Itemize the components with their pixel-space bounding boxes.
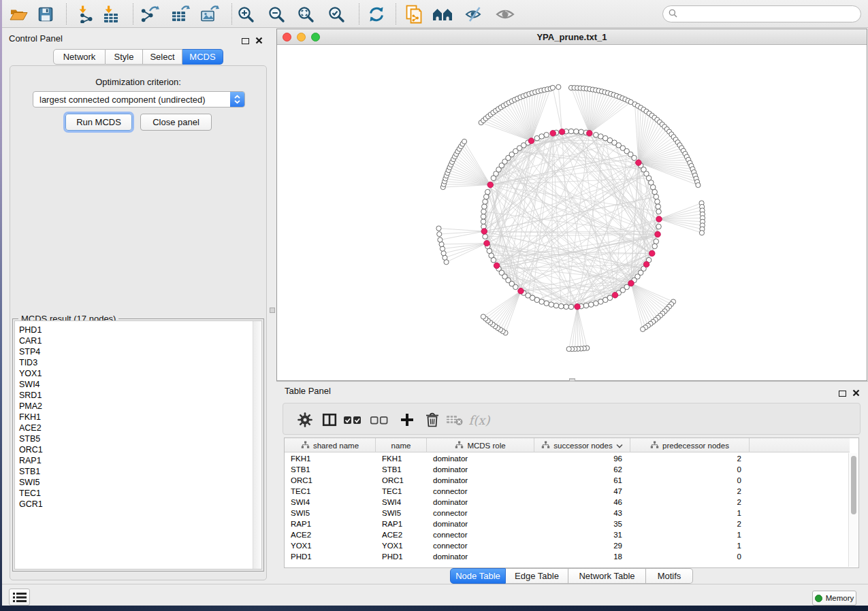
import-table-icon[interactable] [99, 5, 121, 24]
table-cell[interactable]: 96 [534, 453, 630, 464]
table-cell[interactable]: 2 [630, 486, 750, 497]
zoom-out-icon[interactable] [266, 5, 287, 24]
zoom-in-icon[interactable] [235, 5, 257, 24]
tab-select[interactable]: Select [143, 49, 182, 65]
table-cell[interactable]: 2 [630, 453, 750, 464]
tab-edge-table[interactable]: Edge Table [506, 568, 568, 584]
table-cell[interactable]: ORC1 [285, 475, 376, 486]
table-cell[interactable]: 2 [630, 518, 750, 529]
table-row[interactable]: TEC1TEC1connector472 [285, 486, 750, 497]
table-cell[interactable]: 1 [630, 529, 750, 540]
mcds-result-item[interactable]: FKH1 [15, 412, 261, 423]
table-cell[interactable]: 0 [630, 464, 750, 475]
show-column-panel-icon[interactable] [319, 410, 340, 429]
float-table-panel-icon[interactable] [839, 391, 846, 397]
table-row[interactable]: ACE2ACE2connector311 [285, 529, 750, 540]
table-cell[interactable]: PHD1 [285, 551, 376, 562]
table-cell[interactable]: STB1 [376, 464, 427, 475]
save-session-icon[interactable] [35, 5, 57, 24]
table-cell[interactable]: TEC1 [376, 486, 427, 497]
table-scrollbar[interactable] [848, 453, 858, 567]
show-panel-list-button[interactable] [9, 589, 30, 606]
create-column-icon[interactable] [396, 410, 418, 429]
mcds-list-scrollbar[interactable] [253, 321, 261, 569]
table-cell[interactable]: dominator [427, 464, 534, 475]
table-cell[interactable]: 46 [534, 497, 630, 508]
export-network-icon[interactable] [139, 5, 161, 24]
table-cell[interactable]: 1 [630, 540, 750, 551]
table-cell[interactable]: 2 [630, 497, 750, 508]
vertical-splitter-grip[interactable] [270, 308, 275, 313]
table-cell[interactable]: RAP1 [376, 518, 427, 529]
tab-node-table[interactable]: Node Table [450, 568, 506, 584]
criterion-select[interactable]: largest connected component (undirected) [33, 91, 245, 108]
table-row[interactable]: SWI5SWI5connector431 [285, 508, 750, 518]
close-table-panel-icon[interactable] [852, 387, 860, 399]
table-row[interactable]: PHD1PHD1dominator180 [285, 551, 750, 562]
table-cell[interactable]: RAP1 [285, 518, 376, 529]
run-mcds-button[interactable]: Run MCDS [65, 114, 132, 131]
column-header-name[interactable]: name [376, 438, 427, 452]
column-header-successor-nodes[interactable]: successor nodes [534, 438, 630, 452]
new-network-from-selection-icon[interactable] [403, 5, 425, 24]
mcds-result-item[interactable]: STP4 [15, 346, 261, 357]
table-cell[interactable]: 61 [534, 475, 630, 486]
table-cell[interactable]: PHD1 [376, 551, 427, 562]
table-cell[interactable]: SWI5 [376, 508, 427, 518]
table-row[interactable]: ORC1ORC1dominator610 [285, 475, 750, 486]
mcds-result-item[interactable]: RAP1 [15, 455, 261, 466]
table-row[interactable]: SWI4SWI4dominator462 [285, 497, 750, 508]
table-cell[interactable]: SWI4 [376, 497, 427, 508]
mcds-result-list[interactable]: PHD1CAR1STP4TID3YOX1SWI4SRD1PMA2FKH1ACE2… [14, 320, 262, 569]
table-cell[interactable]: SWI4 [285, 497, 376, 508]
table-cell[interactable]: 1 [630, 508, 750, 518]
tab-mcds[interactable]: MCDS [182, 49, 223, 65]
network-window-titlebar[interactable]: YPA_prune.txt_1 [277, 29, 867, 45]
close-panel-button[interactable]: Close panel [140, 114, 212, 131]
export-table-icon[interactable] [170, 5, 191, 24]
mcds-result-item[interactable]: YOX1 [15, 368, 261, 379]
delete-column-icon[interactable] [421, 410, 443, 429]
tab-network[interactable]: Network [53, 49, 106, 65]
table-cell[interactable]: ACE2 [285, 529, 376, 540]
float-panel-icon[interactable] [242, 38, 249, 44]
table-cell[interactable]: 0 [630, 475, 750, 486]
table-row[interactable]: RAP1RAP1dominator352 [285, 518, 750, 529]
table-cell[interactable]: YOX1 [285, 540, 376, 551]
table-cell[interactable]: ORC1 [376, 475, 427, 486]
table-cell[interactable]: 62 [534, 464, 630, 475]
mcds-result-item[interactable]: SWI4 [15, 379, 261, 390]
select-all-columns-icon[interactable] [342, 410, 364, 429]
delete-table-icon[interactable] [444, 410, 466, 429]
table-row[interactable]: FKH1FKH1dominator962 [285, 453, 750, 464]
mcds-result-item[interactable]: ORC1 [15, 444, 261, 455]
memory-button[interactable]: Memory [812, 591, 856, 606]
table-cell[interactable]: STB1 [285, 464, 376, 475]
mcds-result-item[interactable]: TEC1 [15, 488, 261, 499]
table-cell[interactable]: 47 [534, 486, 630, 497]
table-cell[interactable]: dominator [427, 475, 534, 486]
mcds-result-item[interactable]: PMA2 [15, 401, 261, 412]
table-cell[interactable]: SWI5 [285, 508, 376, 518]
table-row[interactable]: STB1STB1dominator620 [285, 464, 750, 475]
table-cell[interactable]: dominator [427, 551, 534, 562]
table-cell[interactable]: ACE2 [376, 529, 427, 540]
table-cell[interactable]: 18 [534, 551, 630, 562]
table-cell[interactable]: connector [427, 486, 534, 497]
table-cell[interactable]: TEC1 [285, 486, 376, 497]
table-cell[interactable]: connector [427, 540, 534, 551]
search-field[interactable] [662, 5, 861, 22]
zoom-fit-icon[interactable] [295, 5, 317, 24]
node-table[interactable]: shared namenameMCDS rolesuccessor nodesp… [284, 437, 859, 568]
table-cell[interactable]: 29 [534, 540, 630, 551]
mcds-result-item[interactable]: SRD1 [15, 390, 261, 401]
function-builder-icon[interactable]: f(x) [468, 410, 490, 429]
import-network-icon[interactable] [75, 5, 97, 24]
refresh-icon[interactable] [366, 5, 387, 24]
tab-style[interactable]: Style [106, 49, 143, 65]
tab-network-table[interactable]: Network Table [568, 568, 646, 584]
mcds-result-item[interactable]: SWI5 [15, 477, 261, 488]
mcds-result-item[interactable]: ACE2 [15, 423, 261, 433]
table-cell[interactable]: FKH1 [376, 453, 427, 464]
table-row[interactable]: YOX1YOX1connector291 [285, 540, 750, 551]
